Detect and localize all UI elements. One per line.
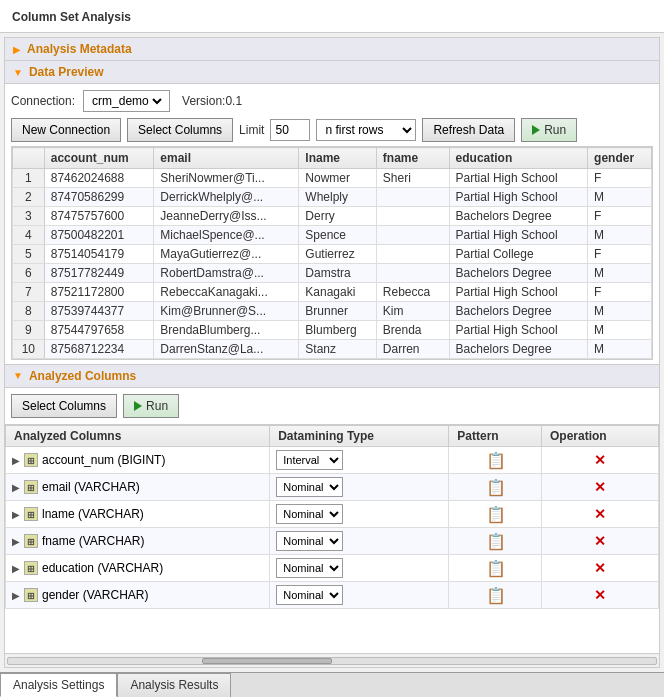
data-preview-label: Data Preview bbox=[29, 65, 104, 79]
tab-analysis-settings-label: Analysis Settings bbox=[13, 678, 104, 692]
data-table-container[interactable]: account_num email lname fname education … bbox=[11, 146, 653, 360]
pattern-icon[interactable]: 📋 bbox=[486, 451, 504, 469]
delete-icon[interactable]: ✕ bbox=[594, 479, 606, 495]
refresh-data-button[interactable]: Refresh Data bbox=[422, 118, 515, 142]
analyzed-col-type[interactable]: NominalNominalIntervalOrdinal bbox=[270, 581, 449, 608]
row-number: 2 bbox=[13, 188, 45, 207]
analyzed-run-button[interactable]: Run bbox=[123, 394, 179, 418]
analyzed-col-type[interactable]: NominalNominalIntervalOrdinal bbox=[270, 500, 449, 527]
tab-analysis-settings[interactable]: Analysis Settings bbox=[0, 673, 117, 697]
pattern-icon[interactable]: 📋 bbox=[486, 478, 504, 496]
analyzed-section-header[interactable]: ▼ Analyzed Columns bbox=[5, 365, 659, 388]
analyzed-col-pattern[interactable]: 📋 bbox=[449, 554, 542, 581]
analyzed-col-operation[interactable]: ✕ bbox=[541, 446, 658, 473]
tab-analysis-results[interactable]: Analysis Results bbox=[117, 673, 231, 697]
analyzed-arrow-icon: ▼ bbox=[13, 370, 23, 381]
connection-select-box[interactable]: crm_demo bbox=[83, 90, 170, 112]
pattern-icon[interactable]: 📋 bbox=[486, 586, 504, 604]
table-row: 287470586299DerrickWhelply@...WhelplyPar… bbox=[13, 188, 652, 207]
analyzed-col-pattern[interactable]: 📋 bbox=[449, 527, 542, 554]
cell-3: Damstra bbox=[299, 264, 377, 283]
analyzed-col-type[interactable]: NominalNominalIntervalOrdinal bbox=[270, 473, 449, 500]
analyzed-col-type[interactable]: IntervalNominalIntervalOrdinal bbox=[270, 446, 449, 473]
expand-icon[interactable]: ▶ bbox=[12, 536, 20, 547]
type-select-0[interactable]: IntervalNominalIntervalOrdinal bbox=[276, 450, 343, 470]
delete-icon[interactable]: ✕ bbox=[594, 452, 606, 468]
expand-icon[interactable]: ▶ bbox=[12, 563, 20, 574]
rows-select[interactable]: n first rows random rows all rows bbox=[316, 119, 416, 141]
col-header-education: education bbox=[449, 148, 588, 169]
cell-3: Spence bbox=[299, 226, 377, 245]
data-preview-header[interactable]: ▼ Data Preview bbox=[5, 61, 659, 84]
analyzed-col-operation[interactable]: ✕ bbox=[541, 473, 658, 500]
toolbar-row: New Connection Select Columns Limit n fi… bbox=[11, 118, 653, 142]
table-row: 1087568712234DarrenStanz@La...StanzDarre… bbox=[13, 340, 652, 359]
cell-5: Partial High School bbox=[449, 169, 588, 188]
col-type-icon: ⊞ bbox=[24, 453, 38, 467]
analyzed-table-container[interactable]: Analyzed Columns Datamining Type Pattern… bbox=[5, 424, 659, 654]
cell-4 bbox=[376, 245, 449, 264]
col-name-text: lname (VARCHAR) bbox=[42, 507, 144, 521]
analyzed-col-type[interactable]: NominalNominalIntervalOrdinal bbox=[270, 554, 449, 581]
horizontal-scrollbar[interactable] bbox=[5, 653, 659, 667]
run-button[interactable]: Run bbox=[521, 118, 577, 142]
cell-2: RobertDamstra@... bbox=[154, 264, 299, 283]
type-select-4[interactable]: NominalNominalIntervalOrdinal bbox=[276, 558, 343, 578]
expand-icon[interactable]: ▶ bbox=[12, 590, 20, 601]
table-row: 987544797658BrendaBlumberg...BlumbergBre… bbox=[13, 321, 652, 340]
limit-label: Limit bbox=[239, 123, 264, 137]
type-select-5[interactable]: NominalNominalIntervalOrdinal bbox=[276, 585, 343, 605]
expand-icon[interactable]: ▶ bbox=[12, 482, 20, 493]
analyzed-col-pattern[interactable]: 📋 bbox=[449, 581, 542, 608]
data-preview-section: ▼ Data Preview Connection: crm_demo Vers… bbox=[5, 61, 659, 364]
delete-icon[interactable]: ✕ bbox=[594, 587, 606, 603]
connection-label: Connection: bbox=[11, 94, 75, 108]
analyzed-col-pattern[interactable]: 📋 bbox=[449, 500, 542, 527]
analyzed-col-header-name: Analyzed Columns bbox=[6, 425, 270, 446]
cell-3: Kanagaki bbox=[299, 283, 377, 302]
delete-icon[interactable]: ✕ bbox=[594, 560, 606, 576]
cell-6: M bbox=[588, 340, 652, 359]
cell-2: DerrickWhelply@... bbox=[154, 188, 299, 207]
analyzed-col-pattern[interactable]: 📋 bbox=[449, 446, 542, 473]
pattern-icon[interactable]: 📋 bbox=[486, 559, 504, 577]
title-bar: Column Set Analysis bbox=[0, 0, 664, 33]
analyzed-col-operation[interactable]: ✕ bbox=[541, 581, 658, 608]
metadata-section-header[interactable]: ▶ Analysis Metadata bbox=[5, 38, 659, 61]
row-number: 1 bbox=[13, 169, 45, 188]
cell-5: Bachelors Degree bbox=[449, 302, 588, 321]
connection-select[interactable]: crm_demo bbox=[88, 93, 165, 109]
cell-5: Partial High School bbox=[449, 283, 588, 302]
pattern-icon[interactable]: 📋 bbox=[486, 505, 504, 523]
type-select-2[interactable]: NominalNominalIntervalOrdinal bbox=[276, 504, 343, 524]
analyzed-select-columns-button[interactable]: Select Columns bbox=[11, 394, 117, 418]
cell-2: BrendaBlumberg... bbox=[154, 321, 299, 340]
analyzed-row: ▶⊞gender (VARCHAR)NominalNominalInterval… bbox=[6, 581, 659, 608]
delete-icon[interactable]: ✕ bbox=[594, 533, 606, 549]
pattern-icon[interactable]: 📋 bbox=[486, 532, 504, 550]
analyzed-col-pattern[interactable]: 📋 bbox=[449, 473, 542, 500]
analyzed-col-operation[interactable]: ✕ bbox=[541, 500, 658, 527]
analyzed-col-operation[interactable]: ✕ bbox=[541, 527, 658, 554]
page-title: Column Set Analysis bbox=[12, 10, 131, 24]
row-number: 10 bbox=[13, 340, 45, 359]
col-header-fname: fname bbox=[376, 148, 449, 169]
new-connection-button[interactable]: New Connection bbox=[11, 118, 121, 142]
col-type-icon: ⊞ bbox=[24, 588, 38, 602]
delete-icon[interactable]: ✕ bbox=[594, 506, 606, 522]
analyzed-col-operation[interactable]: ✕ bbox=[541, 554, 658, 581]
expand-icon[interactable]: ▶ bbox=[12, 509, 20, 520]
limit-input[interactable] bbox=[270, 119, 310, 141]
analyzed-col-header-pattern: Pattern bbox=[449, 425, 542, 446]
cell-2: RebeccaKanagaki... bbox=[154, 283, 299, 302]
data-preview-body: Connection: crm_demo Version:0.1 New Con… bbox=[5, 84, 659, 364]
type-select-1[interactable]: NominalNominalIntervalOrdinal bbox=[276, 477, 343, 497]
expand-icon[interactable]: ▶ bbox=[12, 455, 20, 466]
cell-6: M bbox=[588, 188, 652, 207]
select-columns-button[interactable]: Select Columns bbox=[127, 118, 233, 142]
type-select-3[interactable]: NominalNominalIntervalOrdinal bbox=[276, 531, 343, 551]
analyzed-col-name: ▶⊞education (VARCHAR) bbox=[6, 554, 270, 581]
analyzed-col-type[interactable]: NominalNominalIntervalOrdinal bbox=[270, 527, 449, 554]
analyzed-col-header-type: Datamining Type bbox=[270, 425, 449, 446]
col-type-icon: ⊞ bbox=[24, 507, 38, 521]
